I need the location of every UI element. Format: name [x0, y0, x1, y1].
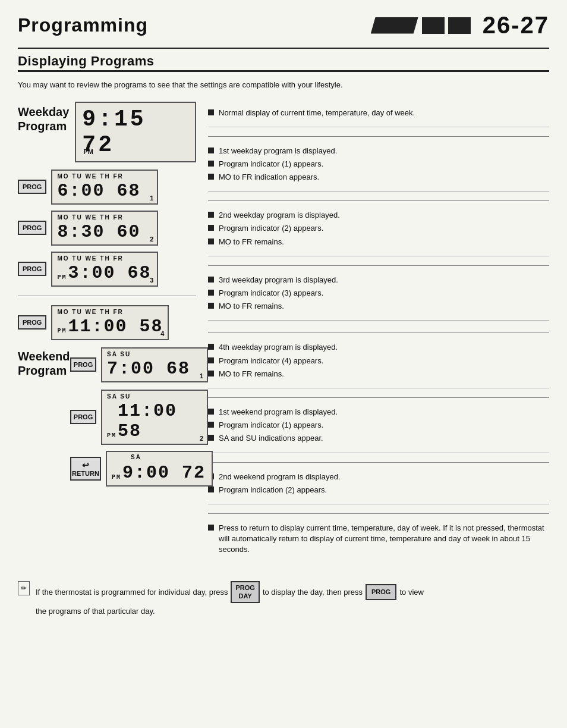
bullet-text-2b: Program indicator (2) appears.	[219, 223, 323, 234]
days-row-4: MO TU WE TH FR	[57, 309, 163, 315]
time-row-w2: PM11:00 58	[107, 401, 202, 441]
time-row-2: 8:30 60	[57, 222, 152, 242]
page-title: Programming	[18, 14, 148, 36]
bullet-text-return: Press to return to display current time,…	[219, 523, 549, 556]
prog-row-weekend-2: PROG SA SU PM11:00 58 2	[70, 390, 196, 445]
bullet-3c: MO to FR remains.	[208, 301, 549, 312]
prog-num-4: 4	[160, 330, 164, 337]
bullet-sq-3b	[208, 290, 214, 296]
weekday-program-label: WeekdayProgram	[18, 105, 69, 133]
content-area: WeekdayProgram PM 9:15 72 PROG MO TU WE …	[18, 102, 549, 571]
time-row-w1: 7:00 68	[107, 359, 202, 379]
prog-row-2: PROG MO TU WE TH FR 8:30 60 2	[18, 211, 196, 246]
main-display: PM 9:15 72	[75, 102, 196, 162]
bullet-group-w2: 2nd weekend program is displayed. Progra…	[208, 472, 549, 504]
time-row-4: PM11:00 58	[57, 316, 163, 337]
bullet-1b: Program indicator (1) appears.	[208, 159, 549, 170]
prog-day-button[interactable]: PROGDAY	[231, 581, 259, 603]
bullet-text-w2a: 2nd weekend program is displayed.	[219, 472, 341, 482]
section-underline	[18, 70, 549, 72]
bullet-w2b: Program indication (2) appears.	[208, 485, 549, 495]
prog-num-2: 2	[150, 236, 153, 243]
bullet-sq-1a	[208, 148, 214, 153]
mid-divider	[18, 296, 196, 296]
display-box-3: MO TU WE TH FR PM3:00 68 3	[51, 252, 158, 287]
prog-num-w2: 2	[200, 435, 203, 442]
prog-num-3: 3	[150, 277, 153, 284]
bullet-text-w1b: Program indicator (1) appears.	[219, 420, 323, 431]
bullet-group-3: 3rd weekday program is displayed. Progra…	[208, 275, 549, 321]
display-box-2: MO TU WE TH FR 8:30 60 2	[51, 211, 158, 246]
return-button[interactable]: ↩ RETURN	[70, 457, 101, 481]
prog-button-3[interactable]: PROG	[18, 262, 46, 276]
prog-num-w1: 1	[200, 372, 203, 379]
prog-button-2[interactable]: PROG	[18, 221, 46, 235]
display-box-4: MO TU WE TH FR PM11:00 58 4	[51, 305, 169, 340]
right-divider-5	[208, 397, 549, 398]
bullet-text-1c: MO to FR indication appears.	[219, 172, 319, 183]
bullet-sq-4b	[208, 357, 214, 363]
right-divider-1	[208, 136, 549, 137]
bottom-note-text1: If the thermostat is programmed for indi…	[36, 586, 228, 598]
bullet-w2a: 2nd weekend program is displayed.	[208, 472, 549, 482]
bottom-note-inline: If the thermostat is programmed for indi…	[36, 581, 424, 603]
bullet-text-2c: MO to FR remains.	[219, 237, 284, 247]
bullet-group-return: Press to return to display current time,…	[208, 523, 549, 564]
days-row-w1: SA SU	[107, 351, 202, 357]
bullet-1c: MO to FR indication appears.	[208, 172, 549, 183]
bullet-sq-4c	[208, 371, 214, 376]
prog-row-3: PROG MO TU WE TH FR PM3:00 68 3	[18, 252, 196, 287]
prog-button-1[interactable]: PROG	[18, 180, 46, 194]
bullet-sq-1b	[208, 161, 214, 167]
bullet-1a: 1st weekday program is displayed.	[208, 146, 549, 156]
page: Programming 26-27 Displaying Programs Yo…	[0, 0, 567, 728]
left-column: WeekdayProgram PM 9:15 72 PROG MO TU WE …	[18, 102, 196, 571]
note-icon: ✏	[18, 581, 30, 595]
display-box-return: SA PM9:00 72	[106, 451, 213, 487]
page-number: 26-27	[483, 12, 549, 39]
weekend-program-label: WeekendProgram	[18, 346, 65, 384]
bullet-return: Press to return to display current time,…	[208, 523, 549, 556]
bullet-sq-w1a	[208, 409, 214, 415]
bullet-sq-3a	[208, 277, 214, 283]
bullet-3a: 3rd weekday program is displayed.	[208, 275, 549, 285]
pm-label-3: PM	[57, 274, 67, 281]
right-divider-7	[208, 513, 549, 514]
right-divider-6	[208, 462, 549, 463]
return-icon: ↩	[82, 460, 89, 470]
bullet-text-4a: 4th weekday program is displayed.	[219, 342, 338, 353]
display-box-1: MO TU WE TH FR 6:00 68 1	[51, 170, 158, 205]
days-row-w2: SA SU	[107, 393, 202, 400]
shape-1	[371, 17, 418, 34]
bullet-group-normal: Normal display of current time, temperat…	[208, 102, 549, 127]
prog-row-1: PROG MO TU WE TH FR 6:00 68 1	[18, 170, 196, 205]
bullet-text-w1a: 1st weekend program is displayed.	[219, 407, 338, 418]
bullet-text-4c: MO to FR remains.	[219, 369, 284, 379]
bullet-sq-w1c	[208, 435, 214, 441]
prog-button-w1[interactable]: PROG	[70, 357, 96, 372]
bullet-text-2a: 2nd weekday program is displayed.	[219, 210, 340, 221]
bullet-normal-text: Normal display of current time, temperat…	[219, 108, 415, 118]
display-time-main: 9:15 72	[82, 106, 189, 158]
bullet-text-3c: MO to FR remains.	[219, 301, 284, 312]
shape-3	[448, 17, 471, 34]
pm-label-return: PM	[112, 474, 121, 481]
header-decoration	[160, 17, 471, 34]
days-row-3: MO TU WE TH FR	[57, 255, 152, 262]
days-row-2: MO TU WE TH FR	[57, 214, 152, 221]
bullet-text-1a: 1st weekday program is displayed.	[219, 146, 337, 156]
right-divider-2	[208, 200, 549, 201]
bottom-note-second-text: the programs of that particular day.	[36, 607, 155, 616]
return-row: ↩ RETURN SA PM9:00 72	[70, 451, 196, 487]
prog-small-button[interactable]: PROG	[366, 584, 396, 600]
bullet-square	[208, 109, 214, 115]
bullet-4a: 4th weekday program is displayed.	[208, 342, 549, 353]
bullet-text-1b: Program indicator (1) appears.	[219, 159, 323, 170]
prog-button-w2[interactable]: PROG	[70, 410, 96, 424]
sa-label-return: SA	[131, 454, 141, 460]
bullet-text-3a: 3rd weekday program is displayed.	[219, 275, 338, 285]
bullet-sq-2a	[208, 212, 214, 218]
prog-button-4[interactable]: PROG	[18, 315, 46, 330]
bullet-group-1: 1st weekday program is displayed. Progra…	[208, 146, 549, 192]
time-row-1: 6:00 68	[57, 181, 152, 201]
